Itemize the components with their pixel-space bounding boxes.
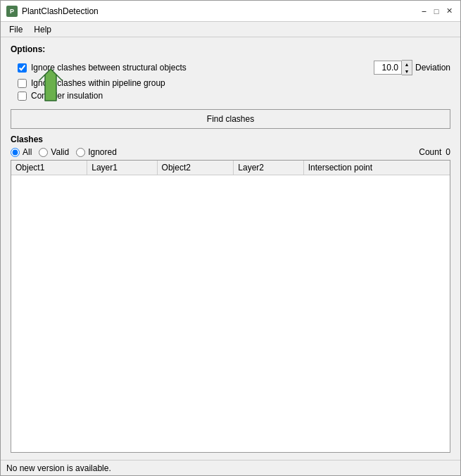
radio-ignored[interactable] xyxy=(76,148,85,157)
radio-all-label: All xyxy=(23,147,32,157)
radio-ignored-label: Ignored xyxy=(88,147,117,157)
window-title: PlantClashDetection xyxy=(22,6,418,16)
title-bar: P PlantClashDetection ‒ □ ✕ xyxy=(1,1,460,22)
deviation-label: Deviation xyxy=(415,63,450,73)
close-button[interactable]: ✕ xyxy=(443,6,455,17)
menu-bar: File Help xyxy=(1,22,460,37)
consider-insulation-label: Consider insulation xyxy=(31,91,103,101)
options-label: Options: xyxy=(11,44,450,54)
menu-help[interactable]: Help xyxy=(28,23,57,36)
count-label: Count xyxy=(419,147,441,157)
col-layer1: Layer1 xyxy=(87,161,157,175)
minimize-button[interactable]: ‒ xyxy=(418,6,429,17)
clashes-table-wrap: Object1 Layer1 Object2 Layer2 Intersecti… xyxy=(11,160,450,453)
ignore-pipeline-checkbox[interactable] xyxy=(18,79,27,88)
count-group: Count 0 xyxy=(419,147,450,157)
clashes-title: Clashes xyxy=(11,134,450,144)
radio-valid-label: Valid xyxy=(51,147,69,157)
count-value: 0 xyxy=(446,147,450,157)
option-row-3: Consider insulation xyxy=(11,91,450,101)
col-intersection-point: Intersection point xyxy=(303,161,450,175)
radio-all[interactable] xyxy=(11,148,20,157)
ignore-pipeline-label: Ignore clashes within pipeline group xyxy=(31,78,165,88)
status-bar: No new version is available. xyxy=(1,460,460,475)
ignore-structural-checkbox[interactable] xyxy=(18,63,27,73)
option-row-2: Ignore clashes within pipeline group xyxy=(11,78,450,88)
ignore-structural-label: Ignore clashes between structural object… xyxy=(31,63,187,73)
status-message: No new version is available. xyxy=(6,463,111,473)
radio-bar: All Valid Ignored Count 0 xyxy=(11,147,450,157)
col-layer2: Layer2 xyxy=(234,161,303,175)
deviation-input[interactable] xyxy=(374,61,402,75)
col-object2: Object2 xyxy=(157,161,234,175)
deviation-increment[interactable]: ▲ xyxy=(402,61,412,68)
menu-file[interactable]: File xyxy=(4,23,28,36)
consider-insulation-checkbox[interactable] xyxy=(18,92,27,101)
options-section: Options: Ignore clashes between structur… xyxy=(11,44,450,101)
deviation-input-wrap: ▲ ▼ xyxy=(374,60,412,75)
radio-all-group: All xyxy=(11,147,32,157)
deviation-decrement[interactable]: ▼ xyxy=(402,68,412,75)
find-clashes-button[interactable]: Find clashes xyxy=(11,109,450,129)
maximize-button[interactable]: □ xyxy=(431,6,442,17)
app-icon: P xyxy=(6,6,18,17)
col-object1: Object1 xyxy=(11,161,87,175)
radio-ignored-group: Ignored xyxy=(76,147,117,157)
deviation-spinner: ▲ ▼ xyxy=(402,60,412,75)
clashes-section: Clashes All Valid Ignored xyxy=(11,134,450,453)
radio-valid-group: Valid xyxy=(39,147,69,157)
option-row-1: Ignore clashes between structural object… xyxy=(11,60,450,75)
clashes-table: Object1 Layer1 Object2 Layer2 Intersecti… xyxy=(11,161,450,175)
radio-valid[interactable] xyxy=(39,148,48,157)
window-controls: ‒ □ ✕ xyxy=(418,6,455,17)
deviation-group: ▲ ▼ Deviation xyxy=(374,60,450,75)
